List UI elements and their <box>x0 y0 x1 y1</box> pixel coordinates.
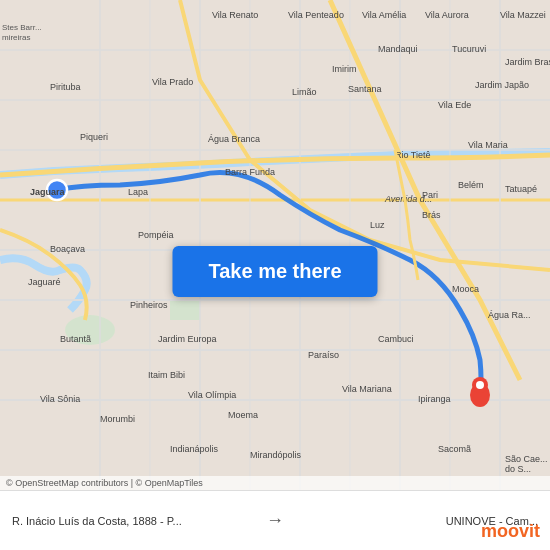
svg-text:Vila Mazzei: Vila Mazzei <box>500 10 546 20</box>
svg-rect-2 <box>170 300 200 320</box>
svg-text:Cambuci: Cambuci <box>378 334 414 344</box>
arrow-icon: → <box>266 510 284 531</box>
svg-text:Mirandópolis: Mirandópolis <box>250 450 302 460</box>
bottom-bar: R. Inácio Luís da Costa, 1888 - P... → U… <box>0 490 550 550</box>
svg-text:Pinheiros: Pinheiros <box>130 300 168 310</box>
svg-text:Paraíso: Paraíso <box>308 350 339 360</box>
moovit-logo-text: moovit <box>481 521 540 542</box>
svg-text:Boaçava: Boaçava <box>50 244 85 254</box>
svg-text:Limão: Limão <box>292 87 317 97</box>
svg-text:Santana: Santana <box>348 84 382 94</box>
svg-text:Butantã: Butantã <box>60 334 91 344</box>
svg-text:Brás: Brás <box>422 210 441 220</box>
svg-text:Jaguaré: Jaguaré <box>28 277 61 287</box>
svg-text:mireiras: mireiras <box>2 33 30 42</box>
svg-text:Jardim Bras...: Jardim Bras... <box>505 57 550 67</box>
svg-text:Belém: Belém <box>458 180 484 190</box>
svg-text:Vila Renato: Vila Renato <box>212 10 258 20</box>
svg-text:Jardim Europa: Jardim Europa <box>158 334 217 344</box>
svg-text:Ipiranga: Ipiranga <box>418 394 451 404</box>
svg-text:Mandaqui: Mandaqui <box>378 44 418 54</box>
moovit-logo: moovit <box>481 521 540 542</box>
svg-text:Indianápolis: Indianápolis <box>170 444 219 454</box>
svg-text:do S...: do S... <box>505 464 531 474</box>
svg-text:Tatuapé: Tatuapé <box>505 184 537 194</box>
svg-text:Vila Maria: Vila Maria <box>468 140 508 150</box>
origin-label: R. Inácio Luís da Costa, 1888 - P... <box>12 515 256 527</box>
svg-text:Luz: Luz <box>370 220 385 230</box>
svg-text:Água Branca: Água Branca <box>208 134 260 144</box>
svg-point-23 <box>476 381 484 389</box>
svg-text:Jardim Japão: Jardim Japão <box>475 80 529 90</box>
svg-text:Stes Barr...: Stes Barr... <box>2 23 42 32</box>
take-me-there-button[interactable]: Take me there <box>172 246 377 297</box>
svg-text:Vila Mariana: Vila Mariana <box>342 384 392 394</box>
svg-text:São Cae...: São Cae... <box>505 454 548 464</box>
svg-text:Vila Prado: Vila Prado <box>152 77 193 87</box>
svg-text:Vila Sônia: Vila Sônia <box>40 394 80 404</box>
svg-text:Sacomã: Sacomã <box>438 444 471 454</box>
app: Jaguara Pirituba Piqueri Lapa Pompéia Bo… <box>0 0 550 550</box>
svg-text:Imirim: Imirim <box>332 64 357 74</box>
svg-text:Jaguara: Jaguara <box>30 187 66 197</box>
svg-text:Pirituba: Pirituba <box>50 82 81 92</box>
svg-text:Morumbi: Morumbi <box>100 414 135 424</box>
map-container[interactable]: Jaguara Pirituba Piqueri Lapa Pompéia Bo… <box>0 0 550 490</box>
svg-text:Pompéia: Pompéia <box>138 230 174 240</box>
svg-text:Mooca: Mooca <box>452 284 479 294</box>
attribution: © OpenStreetMap contributors | © OpenMap… <box>0 476 550 490</box>
svg-text:Lapa: Lapa <box>128 187 148 197</box>
svg-text:Vila Aurora: Vila Aurora <box>425 10 469 20</box>
svg-text:Vila Penteado: Vila Penteado <box>288 10 344 20</box>
svg-text:Vila Amélia: Vila Amélia <box>362 10 406 20</box>
svg-text:Vila Olímpia: Vila Olímpia <box>188 390 236 400</box>
svg-text:Moema: Moema <box>228 410 258 420</box>
svg-text:Avenida d...: Avenida d... <box>384 194 432 204</box>
svg-text:Tucuruvi: Tucuruvi <box>452 44 486 54</box>
svg-text:Vila Ede: Vila Ede <box>438 100 471 110</box>
attribution-text: © OpenStreetMap contributors | © OpenMap… <box>6 478 203 488</box>
svg-text:Piqueri: Piqueri <box>80 132 108 142</box>
svg-text:Barra Funda: Barra Funda <box>225 167 275 177</box>
svg-text:Itaim Bibi: Itaim Bibi <box>148 370 185 380</box>
svg-text:Rio Tietê: Rio Tietê <box>395 150 431 160</box>
svg-text:Água Ra...: Água Ra... <box>488 310 531 320</box>
